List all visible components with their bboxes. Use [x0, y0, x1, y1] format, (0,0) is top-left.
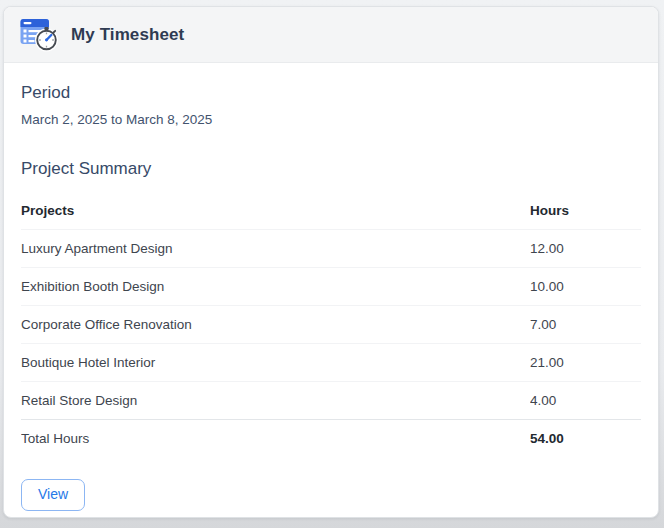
column-header-hours: Hours: [530, 192, 641, 230]
table-row: Retail Store Design 4.00: [21, 382, 641, 420]
total-label: Total Hours: [21, 420, 530, 458]
project-summary-heading: Project Summary: [21, 159, 641, 179]
table-row: Luxury Apartment Design 12.00: [21, 230, 641, 268]
period-range: March 2, 2025 to March 8, 2025: [21, 112, 641, 127]
project-hours: 12.00: [530, 230, 641, 268]
timesheet-stopwatch-icon: [20, 18, 58, 52]
project-name: Corporate Office Renovation: [21, 306, 530, 344]
card-title: My Timesheet: [71, 25, 184, 45]
timesheet-card: My Timesheet Period March 2, 2025 to Mar…: [3, 6, 659, 518]
project-hours: 7.00: [530, 306, 641, 344]
table-header-row: Projects Hours: [21, 192, 641, 230]
view-button[interactable]: View: [21, 479, 85, 511]
table-row: Boutique Hotel Interior 21.00: [21, 344, 641, 382]
project-summary-table: Projects Hours Luxury Apartment Design 1…: [21, 192, 641, 457]
project-hours: 21.00: [530, 344, 641, 382]
column-header-projects: Projects: [21, 192, 530, 230]
project-name: Retail Store Design: [21, 382, 530, 420]
project-hours: 10.00: [530, 268, 641, 306]
project-hours: 4.00: [530, 382, 641, 420]
period-heading: Period: [21, 83, 641, 103]
card-body: Period March 2, 2025 to March 8, 2025 Pr…: [4, 83, 658, 518]
table-row: Exhibition Booth Design 10.00: [21, 268, 641, 306]
project-name: Luxury Apartment Design: [21, 230, 530, 268]
total-hours-value: 54.00: [530, 420, 641, 458]
total-row: Total Hours 54.00: [21, 420, 641, 458]
project-name: Boutique Hotel Interior: [21, 344, 530, 382]
card-header: My Timesheet: [4, 7, 658, 63]
project-name: Exhibition Booth Design: [21, 268, 530, 306]
table-row: Corporate Office Renovation 7.00: [21, 306, 641, 344]
